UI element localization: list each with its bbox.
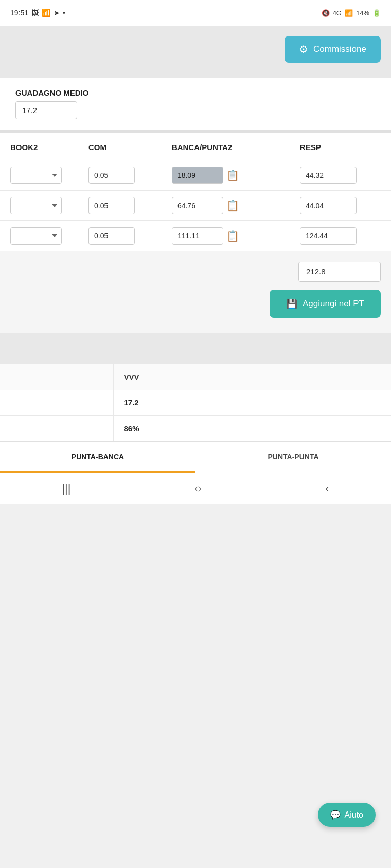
home-button[interactable]: ○ [194,482,201,495]
save-icon: 💾 [286,298,297,309]
book2-cell-3 [0,221,83,251]
com-input-1[interactable] [88,167,135,184]
table-header-row: BOOK2 COM BANCA/PUNTA2 RESP [0,133,391,160]
bottom-tabs: PUNTA-BANCA PUNTA-PUNTA [0,441,391,473]
table-row: 📋 [0,221,391,251]
resp-input-3[interactable] [300,227,357,245]
back-button[interactable]: ‹ [325,482,329,495]
banca-cell-1: 📋 [167,160,295,191]
stats-value-1: 17.2 [113,390,391,416]
top-section: ⚙ Commissione [0,26,391,78]
battery-icon: 🔋 [372,9,381,17]
total-input[interactable] [298,262,381,282]
table-row: 📋 [0,160,391,191]
copy-icon-1[interactable]: 📋 [226,169,239,181]
com-input-3[interactable] [88,227,135,245]
th-com: COM [83,133,167,160]
aggiungi-label: Aggiungi nel PT [303,299,364,309]
commissione-button[interactable]: ⚙ Commissione [285,36,381,63]
network-icon: 📶 [345,9,353,17]
status-left: 19:51 🖼 📶 ➤ • [10,9,65,17]
book2-cell-1 [0,160,83,191]
dot-icon: • [63,9,65,17]
com-cell-3 [83,221,167,251]
tab-punta-punta[interactable]: PUNTA-PUNTA [196,442,391,473]
banca-cell-2: 📋 [167,191,295,221]
location-icon: ➤ [54,9,60,17]
resp-input-2[interactable] [300,197,357,214]
status-time: 19:51 [10,9,28,17]
recents-button[interactable]: ||| [62,482,70,495]
resp-cell-1 [295,160,391,191]
spacer [0,333,391,364]
stats-label-2 [0,416,113,441]
resp-cell-2 [295,191,391,221]
table-row: 📋 [0,191,391,221]
table-footer: 💾 Aggiungi nel PT [0,251,391,333]
aggiungi-button[interactable]: 💾 Aggiungi nel PT [270,290,381,318]
stats-header-empty [0,364,113,390]
aiuto-label: Aiuto [345,810,363,820]
status-right: 🔇 4G 📶 14% 🔋 [322,9,381,17]
com-cell-2 [83,191,167,221]
copy-icon-3[interactable]: 📋 [226,230,239,242]
banca-input-1[interactable] [172,167,223,184]
battery-percent: 14% [356,9,369,17]
aiuto-icon: 💬 [330,810,341,820]
aiuto-fab[interactable]: 💬 Aiuto [318,803,376,827]
tab-punta-banca-label: PUNTA-BANCA [72,453,124,461]
book2-cell-2 [0,191,83,221]
mute-icon: 🔇 [322,9,330,17]
th-book2: BOOK2 [0,133,83,160]
th-resp: RESP [295,133,391,160]
stats-row-1: 17.2 [0,390,391,416]
tab-punta-punta-label: PUNTA-PUNTA [268,453,318,461]
com-input-2[interactable] [88,197,135,214]
guadagno-section: GUADAGNO MEDIO [0,78,391,130]
signal-icon: 📶 [42,9,50,17]
book2-select-1[interactable] [10,167,62,184]
table-section: BOOK2 COM BANCA/PUNTA2 RESP [0,133,391,251]
guadagno-label: GUADAGNO MEDIO [15,88,89,97]
copy-icon-2[interactable]: 📋 [226,199,239,212]
photo-icon: 🖼 [31,9,39,17]
tab-punta-banca[interactable]: PUNTA-BANCA [0,442,196,473]
th-banca-punta2: BANCA/PUNTA2 [167,133,295,160]
resp-input-1[interactable] [300,167,357,184]
stats-label-1 [0,390,113,416]
com-cell-1 [83,160,167,191]
android-nav: ||| ○ ‹ [0,473,391,504]
gear-icon: ⚙ [299,43,308,56]
stats-header-row: VVV [0,364,391,390]
stats-header-value: VVV [113,364,391,390]
4g-label: 4G [333,9,342,17]
stats-section: VVV 17.2 86% [0,364,391,441]
guadagno-input[interactable] [15,101,77,119]
book2-select-3[interactable] [10,227,62,245]
book2-select-2[interactable] [10,197,62,214]
commissione-label: Commissione [313,44,366,54]
banca-cell-3: 📋 [167,221,295,251]
banca-input-3[interactable] [172,227,223,245]
stats-table: VVV 17.2 86% [0,364,391,441]
stats-value-2: 86% [113,416,391,441]
resp-cell-3 [295,221,391,251]
banca-input-2[interactable] [172,197,223,214]
status-bar: 19:51 🖼 📶 ➤ • 🔇 4G 📶 14% 🔋 [0,0,391,26]
stats-row-2: 86% [0,416,391,441]
data-table: BOOK2 COM BANCA/PUNTA2 RESP [0,133,391,251]
